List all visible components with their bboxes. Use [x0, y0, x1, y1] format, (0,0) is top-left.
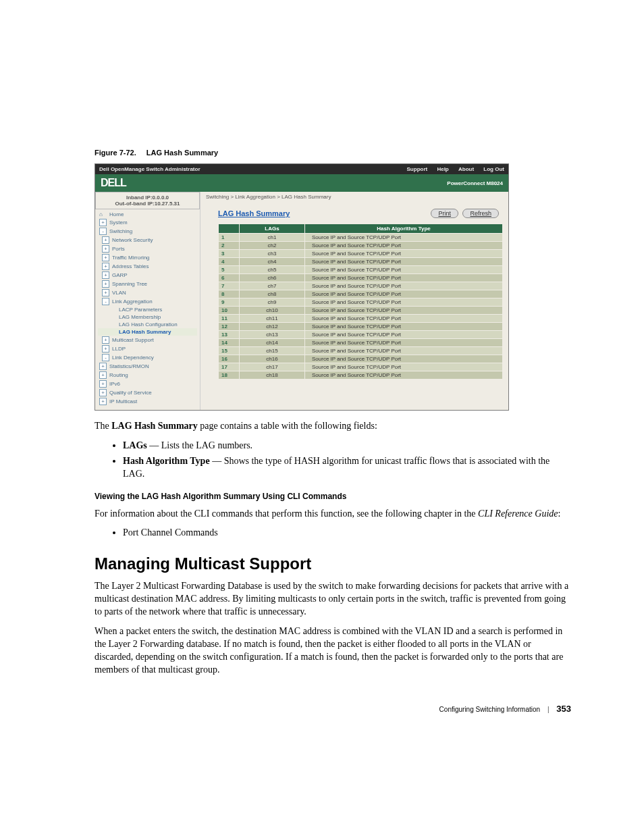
nav-item[interactable]: +System [98, 218, 197, 227]
expand-icon[interactable]: + [102, 336, 109, 344]
cell-algo: Source IP and Source TCP/UDP Port [305, 363, 503, 371]
nav-label: System [109, 219, 128, 226]
table-row: 10ch10Source IP and Source TCP/UDP Port [219, 307, 503, 315]
cell-lag: ch17 [240, 363, 305, 371]
cell-lag: ch13 [240, 331, 305, 339]
expand-icon[interactable]: + [102, 289, 109, 296]
nav-item[interactable]: +Address Tables [98, 262, 197, 271]
nav-item[interactable]: +Spanning Tree [98, 280, 197, 288]
cell-index: 9 [219, 298, 240, 307]
nav-item[interactable]: ⌂Home [98, 211, 197, 218]
figure-title: LAG Hash Summary [146, 149, 218, 157]
table-row: 12ch12Source IP and Source TCP/UDP Port [219, 323, 503, 331]
nav-item[interactable]: -Switching [98, 227, 197, 236]
bullet-lags: LAGs — Lists the LAG numbers. [123, 440, 571, 452]
expand-icon[interactable]: + [99, 363, 107, 370]
cell-algo: Source IP and Source TCP/UDP Port [305, 266, 503, 274]
nav-item[interactable]: +Statistics/RMON [98, 362, 197, 371]
nav-label: Traffic Mirroring [112, 255, 150, 261]
sidebar: Inband IP:0.0.0.0 Out-of-band IP:10.27.5… [95, 192, 200, 410]
expand-icon[interactable]: + [99, 219, 107, 226]
nav-item[interactable]: +GARP [98, 271, 197, 280]
nav-item[interactable]: LAG Hash Configuration [98, 321, 197, 328]
nav-item[interactable]: +Quality of Service [98, 388, 197, 397]
page-number: 353 [556, 704, 571, 714]
nav-item[interactable]: +VLAN [98, 288, 197, 297]
nav-item[interactable]: +IP Multicast [98, 397, 197, 406]
nav-item[interactable]: -Link Aggregation [98, 297, 197, 306]
nav-item[interactable]: LAG Hash Summary [98, 328, 197, 336]
table-row: 11ch11Source IP and Source TCP/UDP Port [219, 315, 503, 323]
cell-algo: Source IP and Source TCP/UDP Port [305, 258, 503, 266]
nav-label: Ports [112, 246, 125, 252]
refresh-button[interactable]: Refresh [462, 209, 499, 218]
cell-lag: ch9 [240, 298, 305, 307]
expand-icon[interactable]: + [99, 398, 107, 405]
cell-algo: Source IP and Source TCP/UDP Port [305, 282, 503, 290]
pane-title: LAG Hash Summary [218, 209, 290, 217]
expand-icon[interactable]: + [99, 389, 107, 396]
nav-item[interactable]: +IPv6 [98, 380, 197, 388]
collapse-icon[interactable]: - [102, 354, 109, 361]
expand-icon[interactable]: + [102, 236, 109, 244]
cell-algo: Source IP and Source TCP/UDP Port [305, 347, 503, 355]
nav-item[interactable]: LAG Membership [98, 313, 197, 321]
window-titlebar: Dell OpenManage Switch Administrator Sup… [95, 164, 508, 174]
cell-index: 17 [219, 363, 240, 371]
nav-item[interactable]: -Link Dependency [98, 353, 197, 362]
nav-label: IPv6 [109, 381, 120, 387]
collapse-icon[interactable]: - [102, 298, 109, 305]
expand-icon[interactable]: + [102, 245, 109, 253]
nav-item[interactable]: +Network Security [98, 236, 197, 244]
table-row: 2ch2Source IP and Source TCP/UDP Port [219, 242, 503, 250]
nav-label: Network Security [112, 237, 153, 243]
nav-item[interactable]: +Ports [98, 244, 197, 253]
cell-index: 8 [219, 290, 240, 298]
expand-icon[interactable]: + [99, 371, 107, 379]
outband-ip: Out-of-band IP:10.27.5.31 [99, 201, 196, 207]
ip-info-box: Inband IP:0.0.0.0 Out-of-band IP:10.27.5… [95, 192, 200, 209]
print-button[interactable]: Print [431, 209, 458, 218]
nav-label: LAG Hash Configuration [119, 321, 178, 328]
cell-algo: Source IP and Source TCP/UDP Port [305, 250, 503, 258]
cell-algo: Source IP and Source TCP/UDP Port [305, 323, 503, 331]
link-support[interactable]: Support [407, 166, 428, 172]
table-row: 7ch7Source IP and Source TCP/UDP Port [219, 282, 503, 290]
app-title: Dell OpenManage Switch Administrator [99, 166, 200, 172]
nav-label: Quality of Service [109, 390, 152, 396]
nav-label: LLDP [112, 346, 126, 352]
table-row: 6ch6Source IP and Source TCP/UDP Port [219, 274, 503, 282]
table-row: 14ch14Source IP and Source TCP/UDP Port [219, 339, 503, 347]
nav-label: Multicast Support [112, 337, 154, 343]
cell-lag: ch18 [240, 371, 305, 380]
nav-item[interactable]: +Routing [98, 371, 197, 380]
collapse-icon[interactable]: - [99, 228, 107, 235]
cell-lag: ch8 [240, 290, 305, 298]
expand-icon[interactable]: + [102, 271, 109, 279]
figure-number: Figure 7-72. [95, 149, 136, 157]
table-row: 4ch4Source IP and Source TCP/UDP Port [219, 258, 503, 266]
cell-index: 12 [219, 323, 240, 331]
nav-item[interactable]: +Multicast Support [98, 336, 197, 344]
expand-icon[interactable]: + [102, 280, 109, 288]
table-row: 8ch8Source IP and Source TCP/UDP Port [219, 290, 503, 298]
table-row: 13ch13Source IP and Source TCP/UDP Port [219, 331, 503, 339]
nav-item[interactable]: +LLDP [98, 344, 197, 353]
nav-item[interactable]: +Traffic Mirroring [98, 253, 197, 262]
expand-icon[interactable]: + [99, 380, 107, 388]
cell-lag: ch11 [240, 315, 305, 323]
cell-index: 6 [219, 274, 240, 282]
nav-label: IP Multicast [109, 398, 137, 405]
link-about[interactable]: About [458, 166, 474, 172]
nav-label: VLAN [112, 290, 126, 296]
expand-icon[interactable]: + [102, 345, 109, 353]
cell-lag: ch1 [240, 234, 305, 242]
link-help[interactable]: Help [437, 166, 448, 172]
cell-lag: ch3 [240, 250, 305, 258]
nav-label: LAG Hash Summary [119, 329, 171, 335]
table-row: 1ch1Source IP and Source TCP/UDP Port [219, 234, 503, 242]
nav-item[interactable]: LACP Parameters [98, 306, 197, 313]
expand-icon[interactable]: + [102, 263, 109, 270]
link-logout[interactable]: Log Out [483, 166, 504, 172]
expand-icon[interactable]: + [102, 254, 109, 261]
